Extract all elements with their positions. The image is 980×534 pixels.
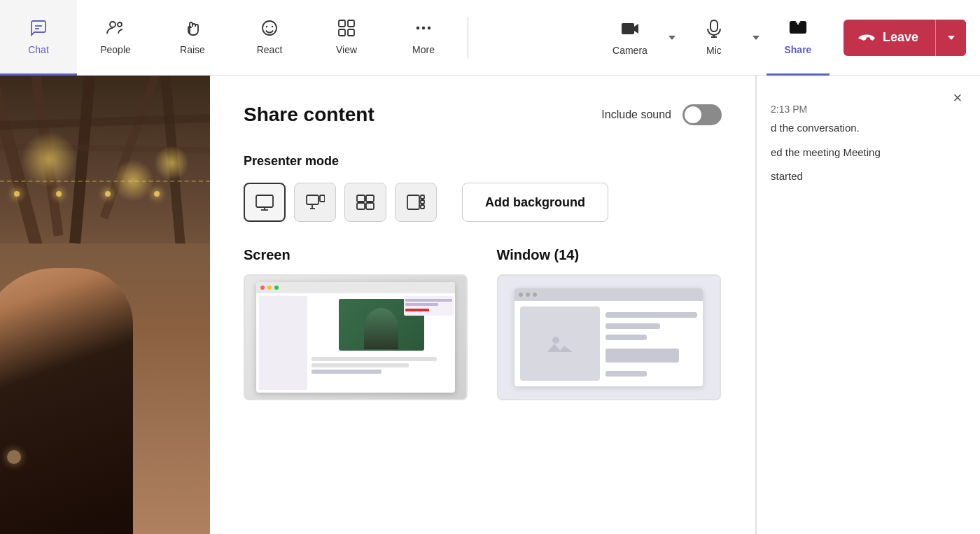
chat-close-button[interactable]: × xyxy=(946,87,969,109)
chat-message-2-text: ed the meeting Meeting xyxy=(771,146,881,158)
toolbar-item-more[interactable]: More xyxy=(385,0,462,76)
win-titlebar xyxy=(514,288,703,301)
presenter-mode-focus[interactable] xyxy=(395,183,437,222)
mic-icon xyxy=(704,19,724,41)
leave-button-group: Leave xyxy=(844,20,966,56)
svg-rect-21 xyxy=(307,195,318,204)
window-thumbnail[interactable] xyxy=(497,274,721,400)
toolbar-divider xyxy=(468,17,468,59)
svg-rect-8 xyxy=(348,20,354,27)
sim-content xyxy=(310,296,452,390)
more-icon xyxy=(414,18,433,40)
share-content-title: Share content xyxy=(244,104,374,126)
include-sound-row: Include sound xyxy=(601,104,722,125)
toolbar-item-people[interactable]: People xyxy=(77,0,154,76)
win-dot-1 xyxy=(519,293,523,297)
include-sound-label: Include sound xyxy=(601,108,671,121)
svg-rect-27 xyxy=(357,203,365,209)
people-label: People xyxy=(100,44,131,55)
win-dot-3 xyxy=(533,293,537,297)
leave-caret-button[interactable] xyxy=(935,20,966,56)
sim-row-3 xyxy=(312,370,382,374)
share-label: Share xyxy=(784,44,811,55)
presenter-mode-grid[interactable] xyxy=(344,183,386,222)
svg-point-34 xyxy=(552,337,559,344)
win-sub-box xyxy=(606,349,679,363)
svg-rect-32 xyxy=(421,205,424,209)
screen-thumb-inner xyxy=(245,276,466,399)
win-dot-2 xyxy=(526,293,530,297)
camera-label: Camera xyxy=(612,45,648,56)
raise-label: Raise xyxy=(180,44,205,55)
chat-timestamp: 2:13 PM xyxy=(771,104,966,115)
screen-option: Screen xyxy=(244,247,469,400)
share-content-header: Share content Include sound xyxy=(244,104,722,126)
win-mockup xyxy=(514,288,703,387)
add-background-button[interactable]: Add background xyxy=(462,183,608,222)
more-label: More xyxy=(412,44,435,55)
svg-rect-29 xyxy=(407,195,419,209)
chat-icon xyxy=(29,18,48,40)
view-icon xyxy=(337,18,356,40)
include-sound-toggle[interactable] xyxy=(682,104,722,125)
camera-icon xyxy=(620,19,640,41)
presenter-mode-row: Add background xyxy=(244,183,722,222)
sim-content-rows xyxy=(310,353,452,377)
win-line-3 xyxy=(606,335,647,340)
presenter-mode-screen-only[interactable] xyxy=(244,183,286,222)
toolbar-item-view[interactable]: View xyxy=(308,0,385,76)
sim-body xyxy=(256,293,455,393)
svg-rect-33 xyxy=(546,331,574,356)
svg-point-3 xyxy=(118,22,122,27)
view-label: View xyxy=(336,44,357,55)
svg-point-5 xyxy=(266,25,267,27)
svg-point-11 xyxy=(416,26,419,29)
share-button[interactable]: Share xyxy=(766,0,830,76)
win-image-placeholder xyxy=(520,307,600,381)
win-line-2 xyxy=(606,323,661,329)
content-options: Screen xyxy=(244,247,722,400)
screen-thumbnail[interactable] xyxy=(244,274,468,400)
svg-rect-26 xyxy=(366,195,374,202)
video-panel xyxy=(0,76,210,534)
share-icon xyxy=(788,18,808,40)
sim-row-2 xyxy=(312,363,410,367)
toolbar-item-react[interactable]: React xyxy=(231,0,308,76)
people-icon xyxy=(106,18,125,40)
react-icon xyxy=(260,18,279,40)
svg-point-2 xyxy=(110,22,115,27)
toolbar-item-raise[interactable]: Raise xyxy=(154,0,231,76)
sim-screen xyxy=(256,282,455,393)
close-icon: × xyxy=(953,89,962,107)
phone-hangup-icon xyxy=(858,29,876,46)
svg-rect-22 xyxy=(320,195,325,202)
window-title: Window (14) xyxy=(497,247,722,263)
mic-button[interactable]: Mic xyxy=(682,0,746,76)
camera-button[interactable]: Camera xyxy=(598,0,662,76)
chat-message-3-text: started xyxy=(771,170,803,182)
toolbar-item-chat[interactable]: Chat xyxy=(0,0,77,76)
camera-group: Camera xyxy=(598,0,682,76)
chat-messages: 2:13 PM d the conversation. ed the meeti… xyxy=(757,76,980,534)
camera-caret-button[interactable] xyxy=(662,0,682,76)
presenter-mode-screen-person[interactable] xyxy=(294,183,336,222)
svg-point-13 xyxy=(428,26,430,29)
chat-message-1: d the conversation. xyxy=(771,120,966,136)
leave-main-button[interactable]: Leave xyxy=(844,20,935,56)
toolbar-right: Camera Mic xyxy=(598,0,980,76)
mic-group: Mic xyxy=(682,0,766,76)
svg-rect-30 xyxy=(421,195,424,199)
mic-label: Mic xyxy=(706,45,722,56)
mic-caret-button[interactable] xyxy=(746,0,766,76)
presenter-mode-title: Presenter mode xyxy=(244,154,722,169)
svg-point-6 xyxy=(272,25,273,27)
sim-titlebar xyxy=(256,282,455,293)
chat-message-3: started xyxy=(771,169,966,185)
svg-rect-31 xyxy=(421,200,424,204)
win-body xyxy=(514,301,703,387)
svg-rect-14 xyxy=(710,20,718,31)
sim-dot-green xyxy=(274,286,279,290)
svg-point-12 xyxy=(422,26,425,29)
toolbar-left: Chat People Raise xyxy=(0,0,598,76)
win-line-1 xyxy=(606,312,697,318)
